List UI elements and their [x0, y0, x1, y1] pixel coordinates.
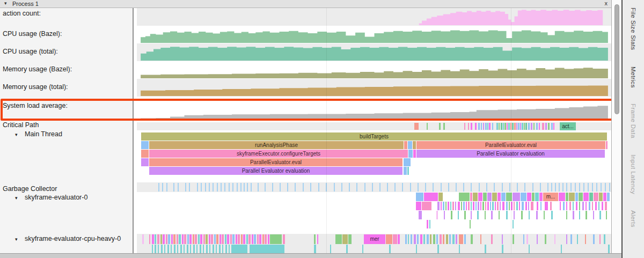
flame-frame[interactable] — [196, 245, 197, 253]
tab-frame-data[interactable]: Frame Data — [630, 104, 636, 138]
flame-frame[interactable] — [561, 245, 562, 253]
flame-frame[interactable] — [227, 234, 229, 244]
gc-event-tick[interactable] — [201, 183, 202, 191]
flame-frame[interactable] — [570, 234, 572, 244]
critical-path-slice[interactable] — [475, 123, 477, 130]
flame-frame[interactable] — [569, 193, 575, 201]
tab-alerts[interactable]: Alerts — [630, 210, 636, 227]
main-thread-collapse-icon[interactable]: ▾ — [15, 132, 18, 137]
flame-frame[interactable] — [603, 193, 606, 201]
flame-frame[interactable] — [187, 234, 189, 244]
gc-event-tick[interactable] — [471, 183, 472, 191]
flame-frame[interactable] — [471, 211, 472, 219]
flame-frame[interactable] — [222, 245, 223, 253]
critical-path-slice[interactable] — [489, 123, 491, 130]
flame-frame[interactable] — [461, 202, 462, 210]
flame-frame[interactable] — [451, 211, 452, 219]
gc-event-tick[interactable] — [166, 183, 167, 191]
gc-event-tick[interactable] — [287, 183, 288, 191]
critical-path-slice[interactable] — [539, 123, 540, 130]
flame-frame[interactable] — [537, 202, 538, 210]
gc-event-tick[interactable] — [244, 183, 245, 191]
flame-frame[interactable] — [459, 193, 470, 201]
flame-frame[interactable] — [528, 202, 529, 210]
flame-frame[interactable] — [443, 234, 444, 244]
flame-frame[interactable] — [411, 234, 412, 244]
critical-path-slice[interactable] — [414, 123, 419, 130]
critical-path-slice[interactable] — [533, 123, 535, 130]
flame-frame[interactable] — [171, 245, 172, 253]
flame-frame[interactable] — [209, 234, 210, 244]
cpu-heavy-collapse-icon[interactable]: ▾ — [15, 237, 18, 242]
flame-frame[interactable] — [231, 245, 247, 253]
gc-event-tick[interactable] — [224, 183, 225, 191]
flame-frame[interactable] — [471, 234, 473, 244]
gc-event-tick[interactable] — [217, 183, 218, 191]
flame-frame[interactable] — [459, 234, 463, 244]
flame-frame[interactable] — [416, 245, 417, 253]
counter-track-sys-load[interactable] — [137, 97, 612, 121]
flame-frame[interactable] — [455, 202, 456, 210]
gc-event-tick[interactable] — [494, 183, 495, 191]
gc-event-tick[interactable] — [583, 183, 584, 191]
flame-frame[interactable] — [166, 234, 167, 244]
critical-path-slice[interactable] — [531, 123, 532, 130]
gc-event-tick[interactable] — [592, 183, 593, 191]
flame-frame[interactable] — [608, 245, 610, 253]
flame-frame[interactable] — [262, 234, 264, 244]
flame-frame[interactable] — [560, 202, 561, 210]
gc-event-tick[interactable] — [441, 183, 442, 191]
gc-event-tick[interactable] — [349, 183, 350, 191]
flame-frame[interactable] — [213, 245, 214, 253]
flame-frame[interactable] — [579, 202, 580, 210]
gc-event-tick[interactable] — [547, 183, 548, 191]
flame-frame[interactable] — [449, 234, 451, 244]
flame-frame[interactable]: mer — [364, 234, 385, 244]
critical-path-slice[interactable] — [483, 123, 484, 130]
flame-frame[interactable] — [222, 234, 224, 244]
flame-frame[interactable] — [545, 202, 548, 210]
flame-frame[interactable] — [452, 234, 455, 244]
flame-frame[interactable] — [589, 193, 593, 201]
flame-frame[interactable] — [491, 234, 493, 244]
flame-frame[interactable] — [554, 234, 555, 244]
flame-frame[interactable] — [423, 234, 425, 244]
flame-frame[interactable] — [551, 211, 553, 219]
critical-path-slice[interactable] — [487, 123, 488, 130]
flame-frame[interactable] — [595, 202, 597, 210]
flame-frame[interactable] — [417, 234, 419, 244]
flame-frame[interactable] — [155, 234, 156, 244]
gc-event-tick[interactable] — [394, 183, 396, 191]
flame-frame[interactable] — [606, 141, 608, 149]
gc-event-tick[interactable] — [456, 183, 457, 191]
flame-frame[interactable] — [514, 202, 515, 210]
critical-path-slice[interactable] — [468, 123, 469, 130]
flame-frame[interactable] — [482, 202, 484, 210]
process-collapse-icon[interactable]: ▾ — [4, 1, 7, 6]
flame-frame[interactable] — [232, 234, 235, 244]
gc-event-tick[interactable] — [272, 183, 273, 191]
flame-frame[interactable] — [470, 193, 472, 201]
flame-frame[interactable] — [604, 234, 605, 244]
gc-event-tick[interactable] — [566, 183, 567, 191]
flame-frame[interactable] — [141, 141, 149, 149]
flame-frame[interactable] — [537, 234, 538, 244]
flame-frame[interactable] — [513, 234, 514, 244]
critical-path-slice[interactable] — [536, 123, 538, 130]
critical-path-slice[interactable] — [481, 123, 482, 130]
flame-frame[interactable] — [424, 193, 438, 201]
flame-frame[interactable] — [519, 202, 520, 210]
gc-event-tick[interactable] — [609, 183, 610, 191]
flame-frame[interactable] — [448, 202, 449, 210]
flame-frame[interactable] — [408, 141, 412, 149]
flame-frame[interactable] — [573, 202, 574, 210]
flame-frame[interactable] — [389, 245, 391, 253]
flame-frame[interactable] — [200, 245, 201, 253]
cpu-heavy-flame[interactable]: mer — [137, 234, 612, 253]
flame-frame[interactable] — [160, 234, 162, 244]
flame-frame[interactable] — [577, 234, 578, 244]
flame-frame[interactable] — [502, 245, 503, 253]
flame-frame[interactable] — [540, 202, 541, 210]
flame-frame[interactable] — [404, 167, 407, 175]
flame-frame[interactable] — [413, 141, 416, 149]
